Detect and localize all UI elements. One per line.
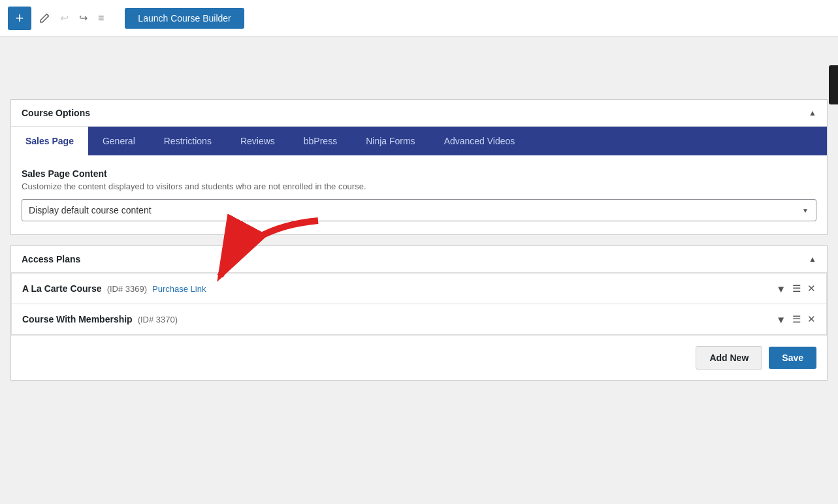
toolbar: + ↩ ↪ ≡ Launch Course Builder <box>0 0 838 37</box>
undo-button[interactable]: ↩ <box>57 9 71 27</box>
access-plan-title-2: Course With Membership <box>22 314 133 324</box>
sales-page-content-desc: Customize the content displayed to visit… <box>22 181 816 191</box>
reorder-icon-2[interactable]: ☰ <box>792 313 801 325</box>
access-plans-panel: Access Plans ▲ A La Carte Course (ID# 33… <box>10 245 828 381</box>
tab-bbpress[interactable]: bbPress <box>289 127 351 155</box>
plus-icon: + <box>16 11 24 25</box>
tabs-bar: Sales Page General Restrictions Reviews … <box>11 127 827 155</box>
tab-advanced-videos[interactable]: Advanced Videos <box>430 127 530 155</box>
pencil-button[interactable] <box>37 10 52 26</box>
access-plan-actions-2: ▼ ☰ ✕ <box>776 313 816 325</box>
expand-icon-1[interactable]: ▼ <box>776 283 786 294</box>
course-options-title: Course Options <box>22 108 90 118</box>
access-plan-left-2: Course With Membership (ID# 3370) <box>22 314 178 324</box>
redo-icon: ↪ <box>79 12 88 24</box>
sales-page-dropdown-wrapper: Display default course content Use custo… <box>22 199 816 221</box>
add-new-button[interactable]: Add New <box>696 346 762 370</box>
tab-general[interactable]: General <box>88 127 150 155</box>
undo-icon: ↩ <box>60 12 69 24</box>
access-plan-actions-1: ▼ ☰ ✕ <box>776 283 816 294</box>
expand-icon-2[interactable]: ▼ <box>776 314 786 325</box>
access-plan-left-1: A La Carte Course (ID# 3369) Purchase Li… <box>22 283 206 294</box>
remove-icon-1[interactable]: ✕ <box>807 283 816 294</box>
course-options-header: Course Options ▲ <box>11 100 827 127</box>
sales-page-dropdown[interactable]: Display default course content Use custo… <box>22 199 816 221</box>
add-button[interactable]: + <box>8 7 31 30</box>
tab-reviews[interactable]: Reviews <box>226 127 289 155</box>
access-plan-item-1: A La Carte Course (ID# 3369) Purchase Li… <box>11 273 827 304</box>
save-button[interactable]: Save <box>769 347 816 369</box>
pencil-icon <box>39 13 50 24</box>
course-options-panel: Course Options ▲ Sales Page General Rest… <box>10 99 828 235</box>
redo-button[interactable]: ↪ <box>76 9 90 27</box>
arrow-container: A La Carte Course (ID# 3369) Purchase Li… <box>11 273 827 335</box>
purchase-link-1[interactable]: Purchase Link <box>152 284 206 294</box>
tab-ninja-forms[interactable]: Ninja Forms <box>351 127 429 155</box>
course-options-collapse-icon[interactable]: ▲ <box>809 108 816 118</box>
launch-course-builder-button[interactable]: Launch Course Builder <box>125 8 244 29</box>
hamburger-icon: ≡ <box>98 12 104 24</box>
right-edge-bar <box>829 65 838 104</box>
remove-icon-2[interactable]: ✕ <box>807 313 816 325</box>
access-plan-title-1: A La Carte Course <box>22 283 102 294</box>
sales-page-content-label: Sales Page Content <box>22 168 816 179</box>
main-content: Course Options ▲ Sales Page General Rest… <box>0 89 838 402</box>
access-plans-header: Access Plans ▲ <box>11 246 827 273</box>
access-plans-title: Access Plans <box>22 254 80 264</box>
bottom-bar: Add New Save <box>11 335 827 380</box>
tab-sales-page[interactable]: Sales Page <box>11 127 88 155</box>
tab-restrictions[interactable]: Restrictions <box>150 127 226 155</box>
menu-button[interactable]: ≡ <box>95 10 106 27</box>
access-plan-item-2: Course With Membership (ID# 3370) ▼ ☰ ✕ <box>11 304 827 335</box>
reorder-icon-1[interactable]: ☰ <box>792 283 801 294</box>
access-plan-id-2: (ID# 3370) <box>138 315 178 324</box>
access-plans-collapse-icon[interactable]: ▲ <box>809 255 816 264</box>
access-plan-id-1: (ID# 3369) <box>107 284 147 294</box>
top-spacer <box>0 37 838 89</box>
sales-page-panel-body: Sales Page Content Customize the content… <box>11 155 827 234</box>
